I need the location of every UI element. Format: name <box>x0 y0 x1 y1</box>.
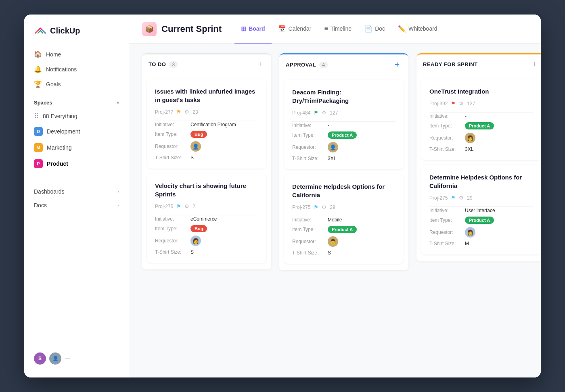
field-requestor: Requestor: 👤 <box>155 141 258 152</box>
divider-6 <box>429 206 533 207</box>
card-approval-2-meta: Proj-275 ⚑ ⚙ 29 <box>292 204 396 210</box>
card-todo-1-title: Issues with linked unfurled images in gu… <box>155 87 258 104</box>
home-icon: 🏠 <box>34 50 42 58</box>
everything-label: 88 Everything <box>43 113 77 119</box>
item-type-label-4: Item Type: <box>292 227 324 232</box>
field-initiative: Initiative: Certification Program <box>155 122 258 127</box>
tshirt-value: S <box>190 155 194 161</box>
approval-column-header: APPROVAL 4 + <box>279 53 408 75</box>
space-item-marketing[interactable]: M Marketing <box>34 140 119 155</box>
space-item-product[interactable]: P Product <box>34 156 119 171</box>
field-requestor-2: Requestor: 👩 <box>155 236 258 246</box>
nav-home[interactable]: 🏠 Home <box>24 47 129 62</box>
field-tshirt-2: T-Shirt Size: S <box>155 249 258 255</box>
ready-column-body: OneTrust Integration Proj-392 ⚑ ⚙ 127 <box>416 74 541 261</box>
field-initiative-2: Initiative: eCommerce <box>155 216 258 222</box>
divider-3 <box>292 121 396 122</box>
gear-icon-2: ⚙ <box>184 203 189 209</box>
card-ready-2-proj: Proj-275 <box>429 195 448 201</box>
bug-badge-2: Bug <box>190 225 207 232</box>
app-name: ClickUp <box>50 26 80 35</box>
product-badge-2: Product A <box>328 226 357 233</box>
ready-column-header: READY FOR SPRINT + <box>416 53 541 74</box>
card-ready-2[interactable]: Determine Helpdesk Options for Californi… <box>421 165 541 254</box>
space-item-development[interactable]: D Development <box>34 124 119 139</box>
todo-add-button[interactable]: + <box>255 59 265 69</box>
field-requestor-3: Requestor: 👤 <box>292 142 396 152</box>
development-label: Development <box>47 128 80 135</box>
product-badge-3: Product A <box>465 122 494 129</box>
card-approval-1-title: Deacom Finding: Dry/Trim/Packaging <box>292 88 396 105</box>
nav-goals[interactable]: 🏆 Goals <box>24 77 129 92</box>
tshirt-value-5: 3XL <box>465 146 473 152</box>
field-initiative-3: Initiative: - <box>292 123 396 128</box>
card-todo-2-title: Velocity chart is showing future Sprints <box>155 181 258 198</box>
card-todo-1-points: 23 <box>193 109 198 115</box>
marketing-label: Marketing <box>47 144 71 151</box>
field-item-type-6: Item Type: Product A <box>429 217 533 224</box>
tab-calendar[interactable]: 📅 Calendar <box>272 15 318 44</box>
card-ready-2-title: Determine Helpdesk Options for Californi… <box>429 173 533 190</box>
initiative-value: Certification Program <box>190 122 236 127</box>
user-avatar-1[interactable]: S <box>34 352 46 365</box>
card-todo-2-points: 2 <box>193 204 195 209</box>
tshirt-value-2: S <box>190 249 194 255</box>
initiative-value-2: eCommerce <box>190 216 217 222</box>
tshirt-value-6: M <box>465 241 469 246</box>
sidebar-footer: S 👤 — <box>24 346 129 371</box>
logo-area[interactable]: ClickUp <box>24 24 129 47</box>
field-item-type-2: Item Type: Bug <box>155 225 258 232</box>
card-approval-2[interactable]: Determine Helpdesk Options for Californi… <box>284 174 404 264</box>
tab-whiteboard[interactable]: ✏️ Whiteboard <box>391 15 444 44</box>
tab-doc[interactable]: 📄 Doc <box>358 15 391 44</box>
card-approval-1-meta: Proj-484 ⚑ ⚙ 127 <box>292 110 396 116</box>
card-todo-1[interactable]: Issues with linked unfurled images in gu… <box>147 79 266 169</box>
spaces-section: Spaces ▾ ⠿ 88 Everything D Development M… <box>24 100 129 171</box>
tab-timeline[interactable]: ≡ Timeline <box>318 15 358 44</box>
card-ready-2-fields: Initiative: User interface Item Type: Pr… <box>429 208 533 246</box>
requestor-avatar-3: 👤 <box>328 142 338 152</box>
user-avatar-2[interactable]: 👤 <box>49 352 61 365</box>
product-badge-1: Product A <box>328 131 357 139</box>
ready-header-left: READY FOR SPRINT <box>423 61 478 67</box>
nav-notifications[interactable]: 🔔 Notifications <box>24 62 129 77</box>
initiative-value-6: User interface <box>465 208 495 213</box>
nav-home-label: Home <box>46 51 61 58</box>
todo-cards-list: Issues with linked unfurled images in gu… <box>147 79 266 263</box>
initiative-label-5: Initiative: <box>429 113 462 119</box>
whiteboard-icon: ✏️ <box>398 25 406 33</box>
timeline-icon: ≡ <box>324 25 328 32</box>
field-tshirt-3: T-Shirt Size: 3XL <box>292 156 396 161</box>
card-todo-1-proj: Proj-277 <box>155 109 173 115</box>
card-ready-1-meta: Proj-392 ⚑ ⚙ 127 <box>429 100 533 106</box>
requestor-avatar-6: 👩 <box>465 227 475 238</box>
approval-add-button[interactable]: + <box>392 59 402 70</box>
product-badge-4: Product A <box>465 217 494 224</box>
nav-docs[interactable]: Docs › <box>24 198 129 212</box>
ready-column-wrapper: READY FOR SPRINT + OneTrust Integration <box>416 53 541 261</box>
initiative-value-3: - <box>328 123 329 128</box>
board-columns: TO DO 3 + Issues with linked unfurled im… <box>142 53 541 270</box>
nav-dashboards[interactable]: Dashboards › <box>24 185 129 198</box>
card-ready-1-points: 127 <box>467 101 475 106</box>
tab-board[interactable]: ⊞ Board <box>234 15 271 44</box>
field-item-type-4: Item Type: Product A <box>292 226 396 233</box>
divider-4 <box>292 216 396 216</box>
requestor-avatar-4: 👨 <box>328 236 338 247</box>
field-item-type: Item Type: Bug <box>155 131 258 138</box>
card-todo-2[interactable]: Velocity chart is showing future Sprints… <box>147 173 266 263</box>
field-tshirt-4: T-Shirt Size: S <box>292 250 396 256</box>
card-todo-2-fields: Initiative: eCommerce Item Type: Bug <box>155 216 258 255</box>
card-ready-1[interactable]: OneTrust Integration Proj-392 ⚑ ⚙ 127 <box>421 79 541 160</box>
field-initiative-6: Initiative: User interface <box>429 208 533 213</box>
marketing-icon: M <box>34 143 43 152</box>
everything-item[interactable]: ⠿ 88 Everything <box>34 109 119 123</box>
item-type-label-2: Item Type: <box>155 226 187 231</box>
requestor-label-4: Requestor: <box>292 239 324 244</box>
card-approval-2-points: 29 <box>330 204 335 210</box>
card-approval-1[interactable]: Deacom Finding: Dry/Trim/Packaging Proj-… <box>284 80 404 169</box>
spaces-header[interactable]: Spaces ▾ <box>34 100 119 106</box>
requestor-label-5: Requestor: <box>429 135 462 141</box>
ready-add-button[interactable]: + <box>530 59 539 69</box>
bell-icon: 🔔 <box>34 65 42 73</box>
